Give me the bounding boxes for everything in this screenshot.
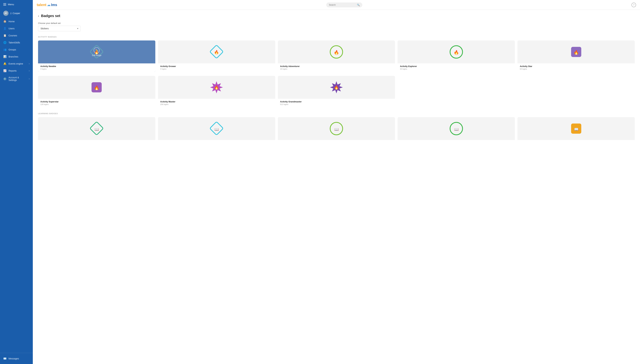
badge-image-activity-grandmaster: 🔥 [278, 76, 395, 99]
sidebar-item-label: Courses [9, 34, 17, 37]
svg-text:📖: 📖 [574, 127, 578, 132]
badge-card-activity-superstar[interactable]: 🔥 Activity Superstar 128 logins [38, 76, 155, 107]
badge-desc: 32 logins [400, 68, 513, 70]
page-content: ‹ Badges set Choose your default set Sti… [33, 10, 640, 364]
badge-info-activity-adventurer: Activity Adventurer 16 logins [278, 64, 395, 72]
badge-info-learning-2 [158, 140, 275, 144]
badge-card-activity-newbie[interactable]: 🔥 ✏️ Edit badge Activity Newbie 4 logins [38, 40, 155, 72]
badge-shape-square-learning-5: 📖 [569, 121, 584, 136]
badge-desc: 4 logins [40, 68, 153, 70]
badge-shape-diamond-learning-1: 📖 [89, 121, 104, 136]
badge-card-learning-3[interactable]: 📖 [278, 117, 395, 144]
sidebar-item-label: Account & Settings [9, 76, 27, 82]
badge-shape-square-star: 🔥 [569, 44, 584, 59]
dropdown-value: Stickers [41, 27, 49, 30]
sidebar-nav: 🏠 Home 👤 Users 📋 Courses 🌐 TalentSkills … [0, 18, 33, 353]
badge-card-activity-explorer[interactable]: 🔥 Activity Explorer 32 logins [397, 40, 515, 72]
badge-image-activity-master: 🔥 [158, 76, 275, 99]
badge-image-activity-superstar: 🔥 [38, 76, 155, 99]
user-name: J. Cooper [10, 12, 20, 14]
search-box[interactable]: 🔍 [326, 2, 362, 7]
chevron-right-icon: › [29, 62, 30, 65]
branches-icon: 📊 [3, 55, 7, 58]
sidebar-item-reports[interactable]: 📈 Reports › [0, 67, 33, 74]
badge-desc: 4 logins [160, 68, 273, 70]
badge-desc: 512 logins [280, 103, 393, 105]
sidebar-item-account[interactable]: ⚙️ Account & Settings › [0, 74, 33, 84]
badge-card-learning-5[interactable]: 📖 [517, 117, 635, 144]
search-icon: 🔍 [357, 4, 360, 6]
badge-info-activity-master: Activity Master 256 logins [158, 99, 275, 107]
badge-name: Activity Master [160, 100, 273, 103]
messages-icon: ✉️ [3, 357, 7, 360]
badge-image-learning-2: 📖 [158, 117, 275, 140]
logo-talent: talent [37, 3, 46, 7]
sidebar-item-talentskills[interactable]: 🌐 TalentSkills [0, 39, 33, 46]
avatar: JC [3, 11, 9, 16]
badge-info-activity-superstar: Activity Superstar 128 logins [38, 99, 155, 107]
sidebar-item-messages[interactable]: ✉️ Messages [3, 356, 30, 362]
back-button[interactable]: ‹ [38, 14, 39, 18]
badge-desc: 256 logins [160, 103, 273, 105]
account-icon: ⚙️ [3, 77, 7, 80]
badge-image-activity-adventurer: 🔥 [278, 40, 395, 64]
home-icon: 🏠 [3, 20, 7, 23]
talentskills-icon: 🌐 [3, 41, 7, 44]
sidebar-item-label: Branches [9, 55, 18, 58]
menu-toggle[interactable]: Menu [0, 0, 33, 9]
svg-text:🔥: 🔥 [214, 85, 219, 90]
chevron-down-icon: ▾ [77, 27, 78, 30]
sidebar-item-label: Groups [9, 48, 16, 51]
badge-image-learning-5: 📖 [517, 117, 635, 140]
activity-badges-grid: 🔥 ✏️ Edit badge Activity Newbie 4 logins [38, 40, 635, 72]
badge-name: Activity Grandmaster [280, 100, 393, 103]
empty-slot-2 [517, 76, 635, 107]
badge-card-activity-grower[interactable]: 🔥 Activity Grower 4 logins [158, 40, 275, 72]
sidebar-item-label: Users [9, 27, 15, 30]
users-icon: 👤 [3, 27, 7, 30]
badge-image-activity-grower: 🔥 [158, 40, 275, 64]
badge-shape-circle-learning-3: 📖 [329, 121, 344, 136]
sidebar-user[interactable]: JC J. Cooper [0, 9, 33, 18]
badge-image-learning-3: 📖 [278, 117, 395, 140]
sidebar-item-groups[interactable]: 👥 Groups [0, 46, 33, 53]
badge-card-learning-4[interactable]: 📖 [397, 117, 515, 144]
badge-card-activity-star[interactable]: 🔥 Activity Star 64 logins [517, 40, 635, 72]
svg-text:📖: 📖 [94, 127, 99, 132]
svg-text:🔥: 🔥 [334, 50, 339, 55]
search-input[interactable] [329, 4, 356, 6]
badge-image-activity-star: 🔥 [517, 40, 635, 64]
badge-image-activity-newbie: 🔥 ✏️ Edit badge [38, 40, 155, 64]
badge-shape-circle-adventurer: 🔥 [329, 44, 344, 59]
sidebar-item-events[interactable]: 🔔 Events engine › [0, 60, 33, 67]
sidebar-footer: ✉️ Messages [0, 353, 33, 364]
badge-name: Activity Adventurer [280, 65, 393, 68]
page-title: Badges set [41, 14, 60, 18]
badge-card-learning-2[interactable]: 📖 [158, 117, 275, 144]
badge-card-activity-master[interactable]: 🔥 Activity Master 256 logins [158, 76, 275, 107]
badge-card-activity-adventurer[interactable]: 🔥 Activity Adventurer 16 logins [278, 40, 395, 72]
default-set-label: Choose your default set [38, 22, 635, 24]
logo: talent ☁ lms [37, 3, 57, 7]
badge-info-learning-4 [397, 140, 515, 144]
badge-name: Activity Explorer [400, 65, 513, 68]
svg-text:🔥: 🔥 [334, 85, 339, 90]
badge-info-activity-explorer: Activity Explorer 32 logins [397, 64, 515, 72]
messages-label: Messages [9, 357, 19, 360]
sidebar-item-home[interactable]: 🏠 Home [0, 18, 33, 25]
badge-info-activity-grower: Activity Grower 4 logins [158, 64, 275, 72]
logo-cloud-icon: ☁ [47, 3, 50, 7]
edit-icon: ✏️ [94, 47, 100, 53]
svg-text:🔥: 🔥 [94, 85, 99, 90]
badge-image-activity-explorer: 🔥 [397, 40, 515, 64]
sidebar: Menu JC J. Cooper 🏠 Home 👤 Users 📋 Cours… [0, 0, 33, 364]
sidebar-item-courses[interactable]: 📋 Courses [0, 32, 33, 39]
badge-card-learning-1[interactable]: 📖 [38, 117, 155, 144]
help-icon[interactable]: ? [631, 2, 636, 7]
badge-card-activity-grandmaster[interactable]: 🔥 Activity Grandmaster 512 logins [278, 76, 395, 107]
sidebar-item-branches[interactable]: 📊 Branches [0, 53, 33, 60]
sidebar-item-label: Reports [9, 70, 17, 72]
learning-badges-section-title: LEARNING BADGES [38, 112, 635, 114]
default-set-dropdown[interactable]: Stickers ▾ [38, 26, 81, 31]
sidebar-item-users[interactable]: 👤 Users [0, 25, 33, 32]
